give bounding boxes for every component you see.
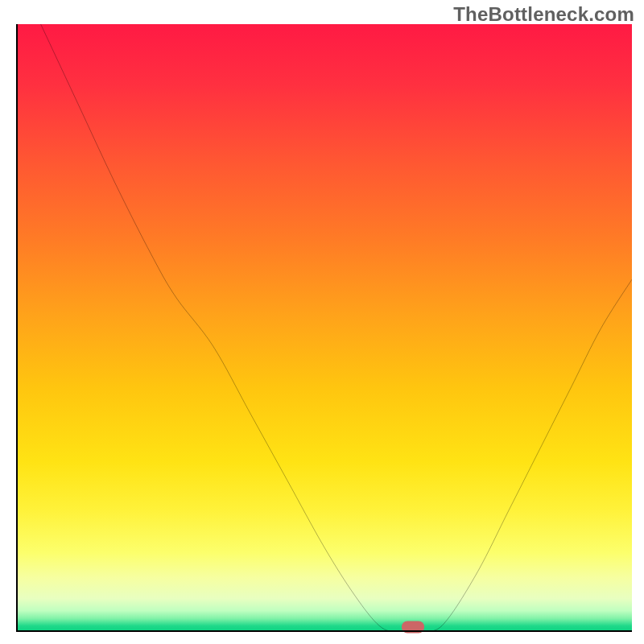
plot-area xyxy=(16,24,632,632)
curve-path xyxy=(41,24,632,632)
watermark-text: TheBottleneck.com xyxy=(453,3,634,26)
chart-container: TheBottleneck.com xyxy=(0,0,644,644)
optimum-marker xyxy=(402,621,424,633)
bottleneck-curve xyxy=(16,24,632,632)
